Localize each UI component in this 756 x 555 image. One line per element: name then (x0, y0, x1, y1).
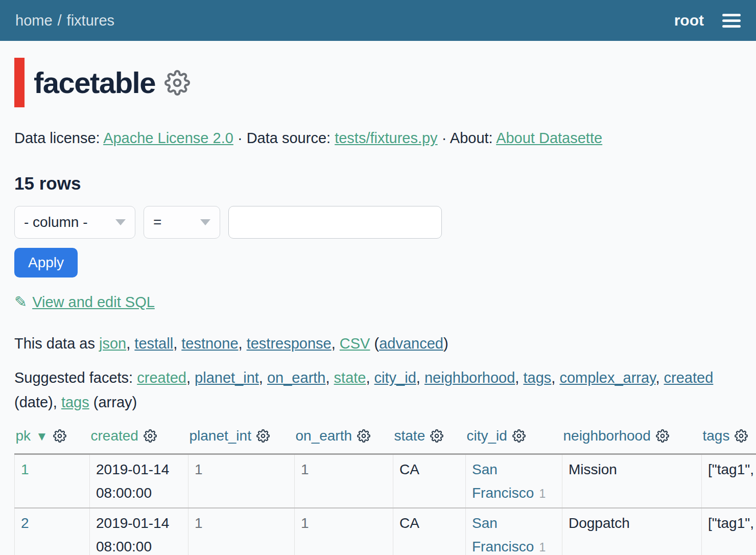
city-raw-id: 1 (539, 487, 546, 500)
column-header-planet_int: planet_int (188, 428, 295, 454)
sql-edit-line: ✎View and edit SQL (14, 293, 742, 311)
page-title: facetable (34, 65, 155, 100)
cell-created: 2019-01-14 08:00:00 (90, 508, 188, 555)
table-header-row: pk▼createdplanet_inton_earthstatecity_id… (15, 428, 756, 454)
about-label: About: (450, 130, 493, 146)
facet-neighborhood-link[interactable]: neighborhood (424, 369, 515, 386)
data-table: pk▼createdplanet_inton_earthstatecity_id… (14, 428, 756, 555)
cell-tags: ["tag1", "tag2"] (702, 454, 756, 508)
main-content: facetable Data license: Apache License 2… (0, 58, 756, 555)
title-accent-bar (14, 58, 25, 107)
column-gear-icon[interactable] (512, 429, 526, 446)
column-header-neighborhood: neighborhood (562, 428, 702, 454)
pencil-icon: ✎ (14, 293, 27, 310)
column-header-pk: pk▼ (15, 428, 90, 454)
facet-state-link[interactable]: state (334, 369, 366, 386)
column-sort-link[interactable]: city_id (467, 428, 507, 444)
row-count-heading: 15 rows (14, 173, 742, 194)
filter-operator-select[interactable]: = (144, 206, 220, 239)
column-sort-link[interactable]: planet_int (190, 428, 251, 444)
facet-complex_array-link[interactable]: complex_array (559, 369, 655, 386)
facet-tags-link[interactable]: tags (523, 369, 551, 386)
source-link[interactable]: tests/fixtures.py (335, 130, 437, 146)
apply-button[interactable]: Apply (14, 248, 78, 278)
hamburger-menu-icon[interactable] (722, 14, 741, 28)
export-testresponse-link[interactable]: testresponse (247, 335, 332, 352)
column-gear-icon[interactable] (735, 429, 748, 446)
column-gear-icon[interactable] (144, 429, 157, 446)
export-line: This data as json, testall, testnone, te… (14, 335, 742, 352)
city-raw-id: 1 (539, 541, 546, 554)
breadcrumb-home-link[interactable]: home (15, 12, 53, 29)
export-prefix: This data as (14, 335, 99, 352)
facets-prefix: Suggested facets: (14, 369, 137, 386)
export-json-link[interactable]: json (99, 335, 126, 352)
cell-neighborhood: Dogpatch (562, 508, 702, 555)
filter-column-select[interactable]: - column - (14, 206, 135, 239)
cell-state: CA (393, 454, 466, 508)
about-link[interactable]: About Datasette (496, 130, 602, 146)
city-link[interactable]: San Francisco (472, 515, 534, 554)
filter-controls: - column - = (14, 206, 742, 239)
user-root-link[interactable]: root (674, 12, 704, 29)
cell-on_earth: 1 (295, 508, 393, 555)
column-header-tags: tags (702, 428, 756, 454)
column-gear-icon[interactable] (256, 429, 270, 446)
column-header-city_id: city_id (466, 428, 562, 454)
column-gear-icon[interactable] (430, 429, 443, 446)
title-block: facetable (14, 58, 742, 107)
facet-created-link[interactable]: created (137, 369, 186, 386)
license-label: Data license: (14, 130, 100, 146)
view-edit-sql-link[interactable]: View and edit SQL (32, 294, 155, 310)
top-nav-bar: home/fixtures root (0, 0, 756, 41)
cell-state: CA (393, 508, 466, 555)
breadcrumb-fixtures-link[interactable]: fixtures (67, 12, 114, 29)
column-gear-icon[interactable] (53, 429, 66, 446)
column-sort-link[interactable]: tags (703, 428, 730, 444)
column-sort-link[interactable]: on_earth (296, 428, 352, 444)
table-row: 22019-01-14 08:00:0011CASan Francisco1Do… (15, 508, 756, 555)
column-header-created: created (90, 428, 188, 454)
breadcrumb-separator: / (58, 12, 62, 29)
cell-on_earth: 1 (295, 454, 393, 508)
row-pk-link[interactable]: 1 (21, 461, 29, 477)
cell-pk: 2 (15, 508, 90, 555)
cell-planet_int: 1 (188, 454, 295, 508)
source-label: Data source: (247, 130, 330, 146)
column-header-state: state (393, 428, 466, 454)
column-header-on_earth: on_earth (295, 428, 393, 454)
table-settings-gear-icon[interactable] (164, 70, 190, 96)
cell-created: 2019-01-14 08:00:00 (90, 454, 188, 508)
facet-on_earth-link[interactable]: on_earth (267, 369, 326, 386)
export-testall-link[interactable]: testall (134, 335, 173, 352)
facet-planet_int-link[interactable]: planet_int (195, 369, 259, 386)
column-sort-link[interactable]: created (91, 428, 138, 444)
sort-desc-triangle-icon: ▼ (36, 429, 48, 443)
breadcrumb: home/fixtures (15, 12, 114, 29)
cell-neighborhood: Mission (562, 454, 702, 508)
cell-planet_int: 1 (188, 508, 295, 555)
license-link[interactable]: Apache License 2.0 (103, 130, 233, 146)
column-sort-link[interactable]: state (394, 428, 426, 444)
facet-city_id-link[interactable]: city_id (374, 369, 416, 386)
cell-city_id: San Francisco1 (466, 454, 562, 508)
chevron-down-icon (115, 219, 126, 225)
suggested-facets-line: Suggested facets: created, planet_int, o… (14, 365, 742, 414)
column-sort-link[interactable]: pk (16, 428, 31, 444)
facet-tags-link[interactable]: tags (61, 394, 89, 410)
chevron-down-icon (200, 219, 210, 225)
export-CSV-link[interactable]: CSV (340, 335, 370, 352)
cell-tags: ["tag1", "tag3"] (702, 508, 756, 555)
city-link[interactable]: San Francisco (472, 461, 534, 501)
column-sort-link[interactable]: neighborhood (563, 428, 651, 444)
row-pk-link[interactable]: 2 (21, 515, 29, 531)
export-testnone-link[interactable]: testnone (181, 335, 238, 352)
column-gear-icon[interactable] (357, 429, 370, 446)
column-gear-icon[interactable] (656, 429, 669, 446)
filter-value-input[interactable] (228, 206, 442, 239)
cell-pk: 1 (15, 454, 90, 508)
export-advanced-link[interactable]: advanced (379, 335, 443, 352)
facet-created-link[interactable]: created (664, 369, 714, 386)
metadata-line: Data license: Apache License 2.0 · Data … (14, 130, 742, 147)
cell-city_id: San Francisco1 (466, 508, 562, 555)
